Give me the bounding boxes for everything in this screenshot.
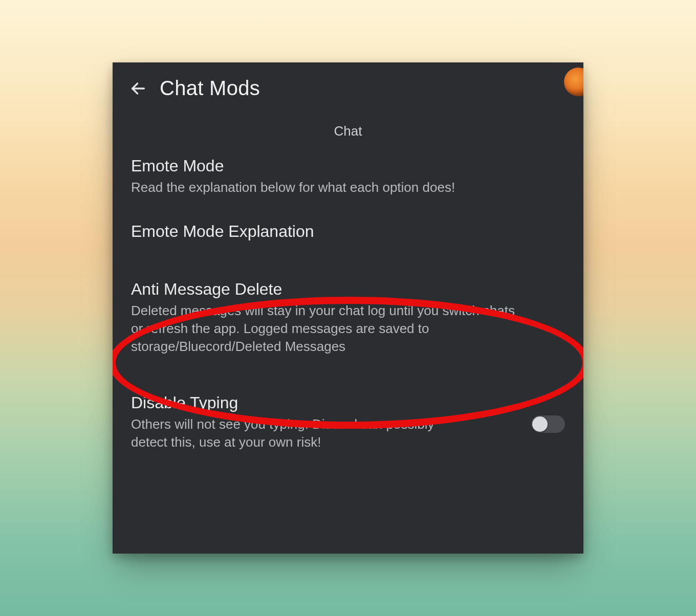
setting-anti-message-delete[interactable]: Anti Message Delete Deleted messages wil… (128, 255, 568, 367)
page-title: Chat Mods (160, 77, 260, 100)
page-background: Chat Mods Chat Emote Mode Read the expla… (0, 0, 696, 616)
title-bar: Chat Mods (113, 62, 583, 105)
settings-list: Emote Mode Read the explanation below fo… (113, 139, 583, 463)
toggle-knob-icon (532, 416, 548, 432)
settings-panel: Chat Mods Chat Emote Mode Read the expla… (113, 62, 583, 554)
setting-title: Emote Mode Explanation (131, 222, 565, 241)
setting-description: Read the explanation below for what each… (131, 179, 530, 196)
back-arrow-icon[interactable] (128, 78, 148, 99)
avatar[interactable] (564, 68, 583, 96)
setting-title: Emote Mode (131, 157, 565, 175)
setting-title: Anti Message Delete (131, 280, 565, 299)
setting-description: Others will not see you typing. Discord … (131, 415, 448, 451)
setting-emote-mode[interactable]: Emote Mode Read the explanation below fo… (128, 139, 568, 208)
setting-description: Deleted messages will stay in your chat … (131, 302, 530, 356)
section-label-chat: Chat (113, 123, 583, 139)
disable-typing-toggle[interactable] (531, 415, 565, 433)
setting-emote-mode-explanation[interactable]: Emote Mode Explanation (128, 208, 568, 255)
setting-title: Disable Typing (131, 393, 519, 412)
setting-disable-typing[interactable]: Disable Typing Others will not see you t… (128, 367, 568, 463)
